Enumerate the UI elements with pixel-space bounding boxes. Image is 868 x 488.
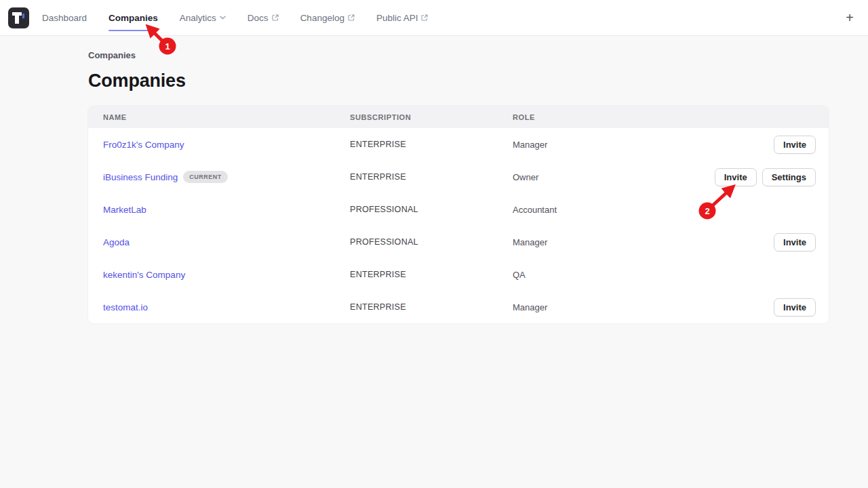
invite-button[interactable]: Invite <box>774 136 816 154</box>
external-link-icon <box>348 14 355 21</box>
nav-item-analytics[interactable]: Analytics <box>169 0 237 35</box>
nav-item-dashboard[interactable]: Dashboard <box>31 0 98 35</box>
nav-item-label: Analytics <box>180 13 216 23</box>
company-link[interactable]: testomat.io <box>103 302 148 312</box>
company-link[interactable]: iBusiness Funding <box>103 172 178 182</box>
app-logo-icon[interactable] <box>8 7 29 28</box>
nav-item-docs[interactable]: Docs <box>237 0 290 35</box>
top-navigation-bar: Dashboard Companies Analytics Docs Chang… <box>0 0 868 36</box>
company-link[interactable]: kekentin's Company <box>103 270 185 280</box>
active-tab-underline <box>108 30 158 32</box>
invite-button[interactable]: Invite <box>715 168 757 186</box>
role-cell: Accountant <box>513 205 816 215</box>
company-link[interactable]: MarketLab <box>103 205 146 215</box>
main-nav: Dashboard Companies Analytics Docs Chang… <box>31 0 439 35</box>
role-cell: QA <box>513 270 816 280</box>
nav-item-companies[interactable]: Companies <box>98 0 169 35</box>
company-link[interactable]: Fro0z1k's Company <box>103 140 184 150</box>
add-icon[interactable]: + <box>841 9 859 26</box>
table-row: iBusiness Funding CURRENT ENTERPRISE Own… <box>88 161 829 193</box>
table-row: Agoda PROFESSIONAL Manager Invite <box>88 226 829 258</box>
column-header-subscription: SUBSCRIPTION <box>350 113 513 121</box>
nav-item-label: Changelog <box>300 13 344 23</box>
invite-button[interactable]: Invite <box>774 298 816 317</box>
subscription-cell: PROFESSIONAL <box>350 237 513 247</box>
subscription-cell: ENTERPRISE <box>350 302 513 312</box>
page-title: Companies <box>88 70 829 92</box>
subscription-cell: PROFESSIONAL <box>350 205 513 214</box>
invite-button[interactable]: Invite <box>774 233 816 251</box>
nav-item-label: Dashboard <box>42 13 87 23</box>
nav-item-label: Public API <box>376 13 418 23</box>
company-link[interactable]: Agoda <box>103 237 130 247</box>
table-header-row: NAME SUBSCRIPTION ROLE <box>88 106 829 128</box>
subscription-cell: ENTERPRISE <box>350 140 513 149</box>
nav-item-label: Docs <box>248 13 269 23</box>
settings-button[interactable]: Settings <box>762 168 816 186</box>
main-content: Companies Companies NAME SUBSCRIPTION RO… <box>88 36 829 323</box>
role-cell: Owner <box>513 172 715 182</box>
external-link-icon <box>421 14 428 21</box>
nav-item-changelog[interactable]: Changelog <box>290 0 366 35</box>
role-cell: Manager <box>513 302 774 312</box>
role-cell: Manager <box>513 140 774 150</box>
table-row: Fro0z1k's Company ENTERPRISE Manager Inv… <box>88 128 829 161</box>
table-row: testomat.io ENTERPRISE Manager Invite <box>88 291 829 323</box>
nav-item-label: Companies <box>108 13 158 23</box>
subscription-cell: ENTERPRISE <box>350 172 513 182</box>
column-header-role: ROLE <box>513 113 816 121</box>
table-row: MarketLab PROFESSIONAL Accountant <box>88 193 829 226</box>
current-badge: CURRENT <box>183 171 228 183</box>
breadcrumb[interactable]: Companies <box>88 50 829 60</box>
subscription-cell: ENTERPRISE <box>350 270 513 279</box>
role-cell: Manager <box>513 237 774 247</box>
companies-table: NAME SUBSCRIPTION ROLE Fro0z1k's Company… <box>88 106 829 323</box>
nav-item-public-api[interactable]: Public API <box>366 0 439 35</box>
table-row: kekentin's Company ENTERPRISE QA <box>88 258 829 291</box>
external-link-icon <box>272 14 279 21</box>
column-header-name: NAME <box>103 113 350 121</box>
chevron-down-icon <box>220 16 226 20</box>
